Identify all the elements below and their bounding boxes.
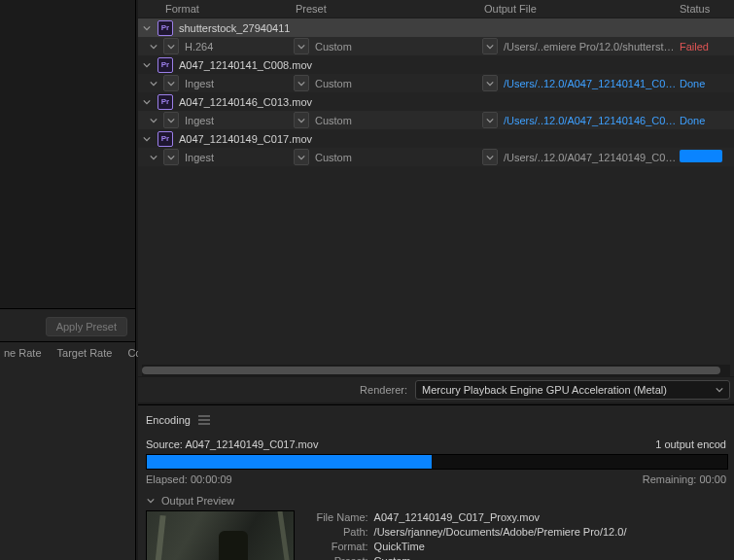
output-dropdown[interactable] bbox=[482, 38, 498, 54]
queue-body[interactable]: Pr shutterstock_27940411 H.264 Custom /U… bbox=[138, 18, 734, 365]
format-value: Ingest bbox=[185, 152, 214, 163]
chevron-down-icon bbox=[716, 384, 723, 396]
status-progress bbox=[680, 150, 734, 164]
output-count: 1 output encod bbox=[655, 438, 726, 450]
output-preview-label: Output Preview bbox=[161, 495, 234, 507]
col-target-rate: Target Rate bbox=[57, 347, 113, 359]
format-dropdown[interactable] bbox=[163, 149, 179, 165]
preset-dropdown[interactable] bbox=[294, 75, 309, 91]
queue-item[interactable]: Ingest Custom /Users/..12.0/A047_1214014… bbox=[138, 148, 734, 166]
meta-preset: Custom bbox=[374, 554, 411, 560]
source-value: A047_12140149_C017.mov bbox=[185, 438, 318, 450]
preset-value: Custom bbox=[315, 41, 352, 52]
queue-panel: Format Preset Output File Status Pr shut… bbox=[138, 0, 734, 402]
format-value: Ingest bbox=[185, 78, 214, 89]
left-panel: Apply Preset ne Rate Target Rate Com bbox=[0, 0, 136, 560]
panel-menu-icon[interactable] bbox=[198, 415, 210, 425]
header-format[interactable]: Format bbox=[163, 3, 296, 15]
output-path[interactable]: /Users/..emiere Pro/12.0/shutterstock_27… bbox=[504, 41, 680, 52]
output-dropdown[interactable] bbox=[482, 112, 498, 128]
queue-item[interactable]: H.264 Custom /Users/..emiere Pro/12.0/sh… bbox=[138, 37, 734, 55]
chevron-down-icon[interactable] bbox=[142, 60, 152, 70]
left-bottom-section: Apply Preset ne Rate Target Rate Com bbox=[0, 309, 135, 364]
queue-group[interactable]: Pr A047_12140141_C008.mov bbox=[138, 55, 734, 74]
format-dropdown[interactable] bbox=[163, 112, 179, 128]
group-name: A047_12140146_C013.mov bbox=[179, 96, 312, 108]
queue-header: Format Preset Output File Status bbox=[138, 0, 734, 18]
preset-value: Custom bbox=[315, 152, 352, 163]
queue-item[interactable]: Ingest Custom /Users/..12.0/A047_1214014… bbox=[138, 74, 734, 92]
renderer-value: Mercury Playback Engine GPU Acceleration… bbox=[422, 384, 667, 396]
group-name: A047_12140141_C008.mov bbox=[179, 59, 312, 71]
renderer-label: Renderer: bbox=[360, 384, 407, 396]
meta-preset-label: Preset: bbox=[306, 554, 368, 560]
format-dropdown[interactable] bbox=[163, 38, 179, 54]
format-dropdown[interactable] bbox=[163, 75, 179, 91]
queue-item[interactable]: Ingest Custom /Users/..12.0/A047_1214014… bbox=[138, 111, 734, 129]
encoding-progress-fill bbox=[147, 455, 432, 469]
encoding-progress-bar bbox=[146, 454, 728, 470]
meta-path-label: Path: bbox=[306, 525, 368, 540]
queue-group[interactable]: Pr A047_12140149_C017.mov bbox=[138, 129, 734, 148]
group-name: A047_12140149_C017.mov bbox=[179, 133, 312, 145]
left-top-section bbox=[0, 0, 135, 309]
group-name: shutterstock_27940411 bbox=[179, 22, 290, 34]
remaining-value: 00:00 bbox=[699, 473, 726, 485]
premiere-icon: Pr bbox=[157, 131, 173, 147]
preset-dropdown[interactable] bbox=[294, 38, 309, 54]
meta-file-name-label: File Name: bbox=[306, 510, 368, 525]
output-dropdown[interactable] bbox=[482, 75, 498, 91]
chevron-down-icon[interactable] bbox=[149, 153, 158, 162]
chevron-down-icon[interactable] bbox=[149, 79, 158, 88]
premiere-icon: Pr bbox=[157, 94, 173, 110]
meta-path: /Users/rjanney/Documents/Adobe/Premiere … bbox=[374, 525, 627, 540]
premiere-icon: Pr bbox=[157, 57, 173, 73]
preset-dropdown[interactable] bbox=[294, 149, 309, 165]
chevron-down-icon[interactable] bbox=[146, 496, 156, 506]
queue-group[interactable]: Pr A047_12140146_C013.mov bbox=[138, 92, 734, 111]
status-done[interactable]: Done bbox=[680, 78, 734, 89]
elapsed-value: 00:00:09 bbox=[191, 473, 232, 485]
meta-format: QuickTime bbox=[374, 540, 425, 554]
progress-pill bbox=[680, 150, 722, 162]
header-status[interactable]: Status bbox=[680, 3, 734, 15]
scrollbar-thumb[interactable] bbox=[142, 367, 720, 374]
output-path[interactable]: /Users/..12.0/A047_12140146_C013_Proxy.m… bbox=[504, 115, 680, 126]
elapsed-label: Elapsed: bbox=[146, 473, 188, 485]
queue-group[interactable]: Pr shutterstock_27940411 bbox=[138, 18, 734, 37]
horizontal-scrollbar[interactable] bbox=[142, 365, 730, 376]
preset-value: Custom bbox=[315, 115, 352, 126]
meta-format-label: Format: bbox=[306, 540, 368, 554]
status-done[interactable]: Done bbox=[680, 115, 734, 126]
output-path[interactable]: /Users/..12.0/A047_12140141_C008_Proxy.m… bbox=[504, 78, 680, 89]
output-metadata: File Name:A047_12140149_C017_Proxy.mov P… bbox=[306, 510, 726, 560]
header-preset[interactable]: Preset bbox=[296, 3, 484, 15]
chevron-down-icon[interactable] bbox=[142, 23, 152, 33]
renderer-select[interactable]: Mercury Playback Engine GPU Acceleration… bbox=[415, 380, 730, 400]
encoding-panel: Encoding Source: A047_12140149_C017.mov … bbox=[138, 404, 734, 560]
format-value: H.264 bbox=[185, 41, 213, 52]
output-path[interactable]: /Users/..12.0/A047_12140149_C017_Proxy.m… bbox=[504, 152, 680, 163]
chevron-down-icon[interactable] bbox=[142, 97, 152, 107]
output-dropdown[interactable] bbox=[482, 149, 498, 165]
col-ne-rate: ne Rate bbox=[4, 347, 42, 359]
preset-dropdown[interactable] bbox=[294, 112, 309, 128]
chevron-down-icon[interactable] bbox=[149, 42, 158, 52]
encoding-title: Encoding bbox=[146, 414, 191, 426]
remaining-label: Remaining: bbox=[643, 473, 697, 485]
meta-file-name: A047_12140149_C017_Proxy.mov bbox=[374, 510, 540, 525]
source-label: Source: bbox=[146, 438, 183, 450]
preset-value: Custom bbox=[315, 78, 352, 89]
chevron-down-icon[interactable] bbox=[142, 134, 152, 144]
output-preview-thumbnail bbox=[146, 510, 295, 560]
chevron-down-icon[interactable] bbox=[149, 116, 158, 125]
preset-columns: ne Rate Target Rate Com bbox=[0, 342, 135, 364]
apply-preset-button[interactable]: Apply Preset bbox=[46, 317, 127, 336]
format-value: Ingest bbox=[185, 115, 214, 126]
premiere-icon: Pr bbox=[157, 20, 173, 36]
header-output[interactable]: Output File bbox=[484, 3, 680, 15]
status-failed[interactable]: Failed bbox=[680, 41, 734, 52]
